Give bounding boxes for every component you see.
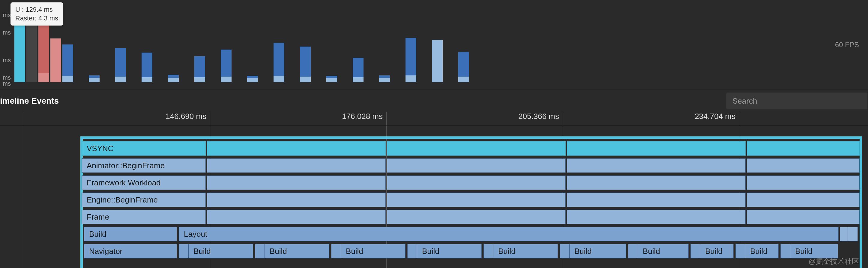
flame-event[interactable] <box>331 244 341 259</box>
frame-bar[interactable] <box>274 4 284 82</box>
flame-event[interactable] <box>387 210 566 224</box>
search-container <box>726 92 867 109</box>
frame-chart: ms ms ms ms ms 60 FPS UI: 129.4 ms Raste… <box>0 0 868 90</box>
flame-row: Animator::BeginFrame <box>81 158 861 174</box>
flame-event[interactable] <box>387 176 566 190</box>
frame-tooltip: UI: 129.4 ms Raster: 4.3 ms <box>10 2 63 26</box>
flame-event[interactable]: Build <box>84 227 177 241</box>
frame-bars-container[interactable] <box>14 4 868 82</box>
flame-event[interactable]: Build <box>493 244 558 259</box>
flame-event[interactable] <box>567 210 746 224</box>
flame-event[interactable] <box>747 141 860 156</box>
flame-event[interactable] <box>567 158 746 173</box>
flame-event[interactable]: Build <box>700 244 734 259</box>
tooltip-ui: UI: 129.4 ms <box>15 5 58 14</box>
flame-event[interactable] <box>387 193 566 207</box>
y-axis-label: ms <box>3 57 11 64</box>
flame-event[interactable] <box>387 158 566 173</box>
frame-bar[interactable] <box>89 4 100 82</box>
flame-event[interactable] <box>747 210 860 224</box>
flame-event[interactable] <box>567 193 746 207</box>
flame-left-gutter <box>0 126 24 268</box>
flame-event[interactable]: Build <box>638 244 689 259</box>
flame-event[interactable] <box>747 158 860 173</box>
flame-event[interactable] <box>560 244 570 259</box>
flame-event[interactable]: Build <box>569 244 626 259</box>
flame-row: VSYNC <box>81 141 861 157</box>
flame-event[interactable] <box>847 227 858 241</box>
flame-event[interactable] <box>628 244 638 259</box>
ruler-tick: 205.366 ms <box>518 112 563 121</box>
frame-bar[interactable] <box>115 4 126 82</box>
flame-event[interactable] <box>407 244 417 259</box>
frame-bar[interactable] <box>300 4 311 82</box>
flame-event[interactable]: Build <box>417 244 482 259</box>
flame-event[interactable] <box>207 193 386 207</box>
flame-event[interactable]: Build <box>265 244 329 259</box>
flame-row: BuildLayout <box>81 227 861 242</box>
watermark: @掘金技术社区 <box>809 257 859 266</box>
y-axis-label: ms <box>3 80 11 87</box>
events-header: imeline Events <box>0 90 868 112</box>
flame-event[interactable]: Framework Workload <box>82 176 206 190</box>
flame-event[interactable]: Frame <box>82 210 206 224</box>
flame-event[interactable] <box>207 176 386 190</box>
flame-event[interactable] <box>567 141 746 156</box>
flame-event[interactable] <box>690 244 701 259</box>
flame-event[interactable] <box>255 244 265 259</box>
y-axis-label: ms <box>3 12 11 19</box>
flame-event[interactable]: Engine::BeginFrame <box>82 193 206 207</box>
flame-event[interactable] <box>484 244 494 259</box>
flame-event[interactable] <box>747 193 860 207</box>
flame-event[interactable]: Animator::BeginFrame <box>82 158 206 173</box>
ruler-tick: 234.704 ms <box>695 112 739 121</box>
ruler-tick: 176.028 ms <box>342 112 386 121</box>
flame-chart[interactable]: VSYNCAnimator::BeginFrameFramework Workl… <box>0 126 868 268</box>
y-axis-label: ms <box>3 29 11 36</box>
search-input[interactable] <box>726 92 867 109</box>
flame-event[interactable] <box>207 158 386 173</box>
frame-bar[interactable] <box>405 4 416 82</box>
flame-event[interactable]: VSYNC <box>82 141 206 156</box>
flame-event[interactable] <box>747 176 860 190</box>
frame-bar[interactable] <box>432 4 443 82</box>
frame-bar[interactable] <box>353 4 364 82</box>
flame-event[interactable] <box>736 244 746 259</box>
frame-bar[interactable] <box>142 4 152 82</box>
flame-event[interactable]: Layout <box>179 227 839 241</box>
frame-bar[interactable] <box>168 4 179 82</box>
ruler-left-gutter <box>0 112 24 125</box>
tooltip-raster: Raster: 4.3 ms <box>15 14 58 23</box>
flame-event[interactable] <box>179 244 189 259</box>
timeline-events-title: imeline Events <box>0 96 59 106</box>
frame-bar[interactable] <box>326 4 337 82</box>
timeline-ruler[interactable]: 146.690 ms176.028 ms205.366 ms234.704 ms… <box>0 112 868 126</box>
flame-event[interactable]: Navigator <box>84 244 177 259</box>
y-axis: ms ms ms ms ms <box>0 0 12 89</box>
flame-event[interactable] <box>207 141 386 156</box>
flame-row: Engine::BeginFrame <box>81 193 861 208</box>
frame-bar[interactable] <box>247 4 258 82</box>
flame-event[interactable]: Build <box>790 244 838 259</box>
flame-event[interactable]: Build <box>745 244 779 259</box>
flame-event[interactable] <box>387 141 566 156</box>
flame-event[interactable] <box>567 176 746 190</box>
frame-bar[interactable] <box>221 4 231 82</box>
flame-event[interactable]: Build <box>188 244 253 259</box>
flame-event[interactable] <box>207 210 386 224</box>
flame-row: Frame <box>81 210 861 225</box>
frame-bar[interactable] <box>62 4 73 82</box>
frame-bar[interactable] <box>194 4 205 82</box>
flame-event[interactable] <box>780 244 790 259</box>
flame-row: Framework Workload <box>81 176 861 191</box>
frame-bar[interactable] <box>458 4 469 82</box>
frame-bar[interactable] <box>379 4 390 82</box>
flame-event[interactable]: Build <box>341 244 405 259</box>
ruler-tick: 146.690 ms <box>165 112 210 121</box>
flame-row: NavigatorBuildBuildBuildBuildBuildBuildB… <box>81 244 861 260</box>
